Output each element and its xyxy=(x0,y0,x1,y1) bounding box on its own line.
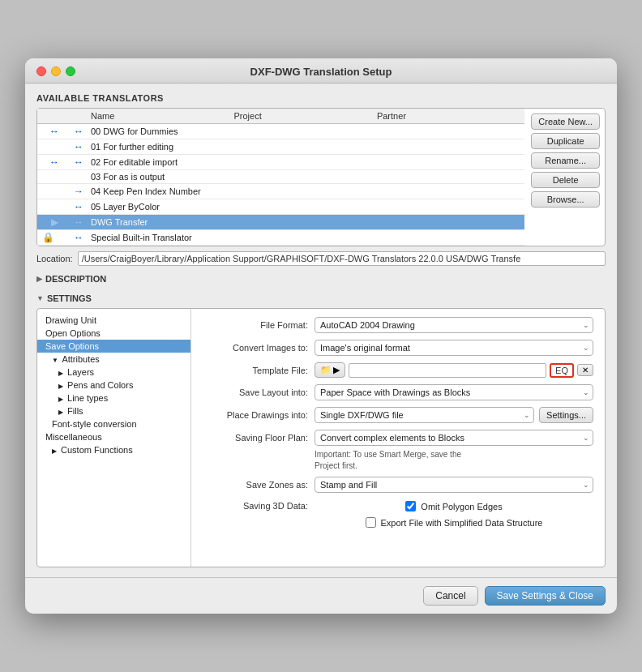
saving-3d-label: Saving 3D Data: xyxy=(203,501,308,511)
place-drawings-select[interactable]: Single DXF/DWG file Multiple files xyxy=(315,407,534,423)
save-layout-label: Save Layout into: xyxy=(203,387,308,397)
window-title: DXF-DWG Translation Setup xyxy=(250,66,392,78)
minimize-button[interactable] xyxy=(51,66,61,76)
sidebar-item-layers[interactable]: ▶ Layers xyxy=(37,366,190,379)
attributes-triangle: ▼ xyxy=(52,357,58,364)
table-header: Name Project Partner xyxy=(37,109,524,124)
place-drawings-label: Place Drawings into: xyxy=(203,410,308,420)
create-new-button[interactable]: Create New... xyxy=(531,113,600,130)
settings-layout: Drawing Unit Open Options Save Options ▼… xyxy=(36,308,606,567)
saving-floor-plan-select[interactable]: Convert complex elements to Blocks Keep … xyxy=(315,430,593,446)
sidebar-item-miscellaneous[interactable]: Miscellaneous xyxy=(37,430,190,443)
save-zones-select[interactable]: Stamp and Fill Polygon None xyxy=(315,477,593,493)
save-zones-row: Save Zones as: Stamp and Fill Polygon No… xyxy=(203,477,593,493)
sidebar-item-label: Line types xyxy=(67,393,108,403)
sidebar-item-save-options[interactable]: Save Options xyxy=(37,340,190,353)
description-header: DESCRIPTION xyxy=(45,274,106,284)
arrow2: → xyxy=(66,186,91,197)
delete-button[interactable]: Delete xyxy=(531,172,600,188)
template-delete-button[interactable]: ✕ xyxy=(577,364,593,376)
table-row-builtin[interactable]: 🔒 ↔ Special Built-in Translator xyxy=(37,230,524,246)
file-format-select-wrapper: AutoCAD 2004 Drawing AutoCAD 2007 Drawin… xyxy=(315,317,593,333)
rename-button[interactable]: Rename... xyxy=(531,152,600,169)
template-eq-button[interactable]: EQ xyxy=(550,363,574,378)
custom-triangle: ▶ xyxy=(52,447,57,455)
sidebar-item-font-style[interactable]: Font-style conversion xyxy=(37,417,190,430)
translators-buttons: Create New... Duplicate Rename... Delete… xyxy=(531,109,605,246)
table-row[interactable]: → 04 Keep Pen Index Number xyxy=(37,184,524,199)
folder-arrow-icon: ▶ xyxy=(333,365,340,375)
omit-polygon-label: Omit Polygon Edges xyxy=(421,502,502,511)
convert-images-select-wrapper: Image's original format PNG JPEG ⌄ xyxy=(315,340,593,356)
footer: Cancel Save Settings & Close xyxy=(25,577,617,614)
sidebar-item-label: Attributes xyxy=(62,354,99,364)
translators-container: Name Project Partner ↔ ↔ 00 DWG for Dumm… xyxy=(36,108,606,246)
settings-header: SETTINGS xyxy=(47,293,92,303)
settings-section: ▼ SETTINGS Drawing Unit Open Options Sav… xyxy=(36,292,606,567)
saving-floor-plan-info: Important: To use Smart Merge, save theP… xyxy=(315,449,593,472)
row-name: Special Built-in Translator xyxy=(91,233,233,242)
convert-images-select[interactable]: Image's original format PNG JPEG xyxy=(315,340,593,356)
description-section: ▶ DESCRIPTION xyxy=(36,272,606,285)
table-row[interactable]: 03 For as is output xyxy=(37,170,524,184)
close-button[interactable] xyxy=(36,66,46,76)
template-file-input[interactable] xyxy=(349,363,546,378)
saving-floor-plan-select-wrapper: Convert complex elements to Blocks Keep … xyxy=(315,430,593,446)
table-row[interactable]: ↔ ↔ 02 For editable import xyxy=(37,155,524,170)
duplicate-button[interactable]: Duplicate xyxy=(531,133,600,149)
row-name: 01 For further editing xyxy=(91,142,233,152)
omit-polygon-checkbox[interactable] xyxy=(405,501,416,511)
col-project: Project xyxy=(233,111,376,121)
save-zones-select-wrapper: Stamp and Fill Polygon None ⌄ xyxy=(315,477,593,493)
settings-toggle[interactable]: ▼ SETTINGS xyxy=(36,292,606,305)
arrow2: ↔ xyxy=(66,126,91,137)
sidebar-item-label: Fills xyxy=(67,406,83,416)
sidebar-item-label: Custom Functions xyxy=(61,445,133,455)
translators-section-header: AVAILABLE TRANSLATORS xyxy=(36,93,606,103)
browse-button[interactable]: Browse... xyxy=(531,191,600,208)
save-layout-select-wrapper: Paper Space with Drawings as Blocks Pape… xyxy=(315,384,593,400)
maximize-button[interactable] xyxy=(66,66,75,76)
folder-icon: 📁 xyxy=(320,365,332,375)
description-toggle[interactable]: ▶ DESCRIPTION xyxy=(36,272,606,285)
file-format-select[interactable]: AutoCAD 2004 Drawing AutoCAD 2007 Drawin… xyxy=(315,317,593,333)
table-row-dwg-transfer[interactable]: ▶ ↔ DWG Transfer xyxy=(37,215,524,230)
row-name: 03 For as is output xyxy=(91,172,233,182)
omit-polygon-row: Omit Polygon Edges xyxy=(405,501,502,511)
main-content: AVAILABLE TRANSLATORS Name Project Partn… xyxy=(25,83,617,577)
description-triangle: ▶ xyxy=(36,275,42,283)
sidebar-item-attributes[interactable]: ▼ Attributes xyxy=(37,353,190,366)
row-name: 05 Layer ByColor xyxy=(91,202,233,212)
sidebar-item-pens-colors[interactable]: ▶ Pens and Colors xyxy=(37,379,190,392)
place-drawings-settings-button[interactable]: Settings... xyxy=(539,407,593,423)
export-simplified-checkbox[interactable] xyxy=(366,517,376,528)
arrow2: ↔ xyxy=(66,216,91,228)
template-folder-button[interactable]: 📁 ▶ xyxy=(315,362,345,378)
sidebar-item-line-types[interactable]: ▶ Line types xyxy=(37,392,190,404)
cancel-button[interactable]: Cancel xyxy=(423,586,477,606)
fills-triangle: ▶ xyxy=(58,409,63,416)
table-row[interactable]: ↔ 01 For further editing xyxy=(37,139,524,155)
sidebar-item-label: Drawing Unit xyxy=(45,315,96,325)
sidebar-item-fills[interactable]: ▶ Fills xyxy=(37,404,190,417)
arrow2: ↔ xyxy=(66,201,91,212)
save-settings-close-button[interactable]: Save Settings & Close xyxy=(485,586,606,606)
sidebar-item-open-options[interactable]: Open Options xyxy=(37,327,190,340)
sidebar-item-label: Layers xyxy=(67,367,94,377)
sidebar-item-label: Save Options xyxy=(45,341,99,351)
arrow2: ↔ xyxy=(66,232,91,243)
traffic-lights xyxy=(36,66,75,76)
table-row[interactable]: ↔ 05 Layer ByColor xyxy=(37,199,524,215)
row-name: 04 Keep Pen Index Number xyxy=(91,186,233,196)
sidebar-item-drawing-unit[interactable]: Drawing Unit xyxy=(37,314,190,327)
table-row[interactable]: ↔ ↔ 00 DWG for Dummies xyxy=(37,124,524,139)
arrow1: ▶ xyxy=(42,216,66,228)
sidebar-item-custom-functions[interactable]: ▶ Custom Functions xyxy=(37,443,190,456)
saving-3d-row: Saving 3D Data: Omit Polygon Edges Expor… xyxy=(203,499,593,531)
location-field: /Users/CraigBoyer/Library/Application Su… xyxy=(78,251,606,266)
save-layout-select[interactable]: Paper Space with Drawings as Blocks Pape… xyxy=(315,384,593,400)
location-bar: Location: /Users/CraigBoyer/Library/Appl… xyxy=(36,251,606,266)
row-name: 02 For editable import xyxy=(91,157,233,167)
col-arrow1 xyxy=(42,111,66,121)
place-drawings-select-wrapper: Single DXF/DWG file Multiple files ⌄ xyxy=(315,407,534,423)
